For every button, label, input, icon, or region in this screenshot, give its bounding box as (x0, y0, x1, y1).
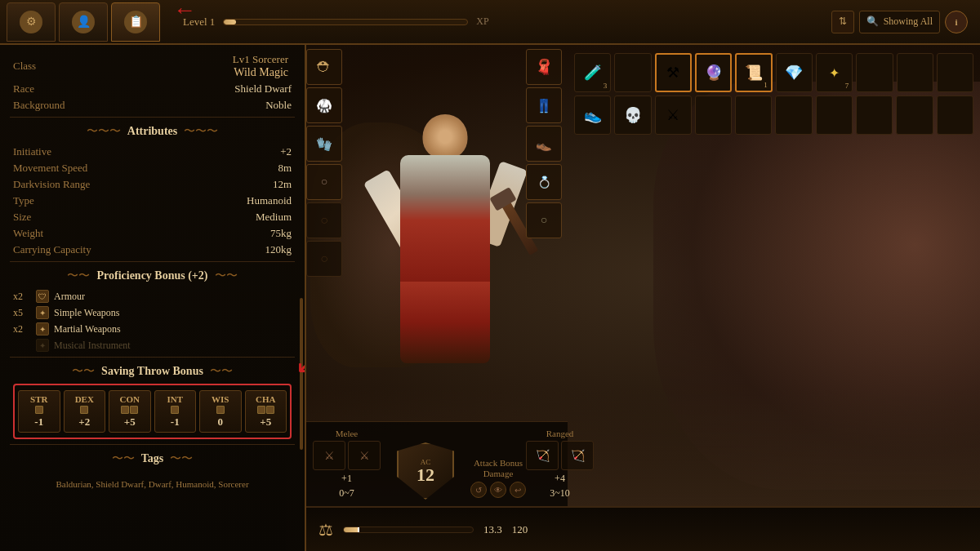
size-value: Medium (256, 211, 292, 224)
inv-slot-sword[interactable]: ⚔ (655, 96, 692, 135)
nav-tab-tools[interactable]: ⚙ (7, 2, 56, 42)
inv-slot-scroll[interactable]: 📜 1 (735, 53, 772, 92)
race-value: Shield Dwarf (234, 82, 292, 96)
nav-tab-sheet[interactable]: 📋 ← (111, 2, 160, 42)
equip-slot-belt[interactable]: ○ (306, 164, 342, 200)
equip-slot-chest[interactable]: 🥋 (306, 87, 342, 123)
empty-slot-icon2: ○ (320, 251, 328, 266)
inv-slot-gold[interactable]: ✦ 7 (816, 53, 853, 92)
inv-slot-gem[interactable]: 💎 (776, 53, 813, 92)
saving-throw-title: Saving Throw Bonus (101, 365, 203, 378)
st-int-die (171, 406, 179, 414)
st-str-label: STR (20, 394, 58, 404)
equip-slot-ring1[interactable]: 💍 (526, 164, 562, 200)
prof-simple-mult: x5 (13, 307, 31, 319)
potion-badge: 3 (602, 82, 609, 90)
inv-slot-empty-i[interactable] (856, 96, 893, 135)
equip-slot-boots[interactable]: 👞 (526, 126, 562, 162)
size-row: Size Medium (10, 209, 295, 225)
st-ornament-right: 〜〜 (210, 364, 233, 379)
equip-slot-empty1[interactable]: ○ (306, 202, 342, 238)
weight-bar (343, 527, 474, 533)
st-int: INT -1 (154, 390, 197, 433)
st-str-icons (20, 406, 58, 414)
melee-label: Melee (336, 429, 358, 438)
inv-slot-weapon1[interactable]: ⚒ (655, 53, 692, 92)
class-subtype: Wild Magic (233, 66, 292, 79)
st-wis: WIS 0 (199, 390, 242, 433)
character-icon: 👤 (72, 11, 95, 33)
action-icon-eye[interactable]: 👁 (490, 482, 506, 498)
attack-bonus-label: Attack Bonus (474, 458, 523, 468)
inv-slot-empty-c[interactable] (897, 53, 933, 92)
inv-slot-empty-d[interactable] (937, 53, 973, 92)
equip-slot-pants[interactable]: 👖 (526, 87, 562, 123)
inv-slot-orb[interactable]: 🔮 (695, 53, 732, 92)
tools-icon: ⚙ (20, 11, 42, 33)
st-cha: CHA +5 (245, 390, 287, 433)
initiative-value: +2 (280, 145, 292, 158)
ranged-weapon-icons: 🏹 🏹 (526, 441, 594, 470)
action-icon-refresh[interactable]: ↺ (470, 482, 487, 498)
equip-slot-cape[interactable]: 🧣 (526, 49, 562, 85)
ranged-attack-value: +4 (555, 473, 565, 485)
equip-slot-gloves[interactable]: 🧤 (306, 126, 342, 162)
weight-value: 75kg (270, 227, 292, 240)
empty-slot-icon: ○ (320, 213, 328, 228)
search-bar[interactable]: 🔍 Showing All (859, 11, 940, 33)
movement-value: 8m (278, 162, 292, 175)
weight-label: Weight (13, 227, 43, 240)
sort-button[interactable]: ⇅ (831, 11, 854, 33)
equip-slot-helm[interactable]: ⛑ (306, 49, 342, 85)
movement-label: Movement Speed (13, 162, 87, 175)
inv-slot-empty-e[interactable] (695, 96, 732, 135)
attributes-header: 〜〜〜 Attributes 〜〜〜 (10, 124, 295, 139)
st-con: CON +5 (109, 390, 151, 433)
nav-tab-character[interactable]: 👤 (59, 2, 108, 42)
background-row: Background Noble (10, 97, 295, 113)
info-button[interactable]: i (945, 11, 968, 33)
st-dex-die (80, 406, 88, 414)
class-row: Class Lv1 Sorcerer Wild Magic (10, 51, 295, 81)
melee-icon-1[interactable]: ⚔ (313, 441, 345, 470)
prof-instrument-icon: ✦ (36, 339, 49, 352)
xp-bar-fill (224, 20, 236, 24)
inv-slot-empty-b[interactable] (856, 53, 893, 92)
belt-icon: ○ (321, 176, 327, 189)
attack-section: Attack Bonus Damage ↺ 👁 ↩ (470, 458, 526, 500)
inv-slot-empty-f[interactable] (735, 96, 772, 135)
equip-slot-empty2[interactable]: ○ (306, 241, 342, 277)
size-label: Size (13, 211, 31, 224)
inv-slot-empty-g[interactable] (775, 96, 812, 135)
gloves-icon: 🧤 (316, 136, 332, 152)
melee-attack-value: +1 (341, 473, 352, 485)
inv-slot-empty-k[interactable] (937, 96, 973, 135)
combat-stats-area: Melee ⚔ ⚔ +1 0~7 AC 12 Attack Bonus Dama… (306, 421, 568, 506)
weight-marker (358, 527, 359, 533)
inv-slot-skull[interactable]: 💀 (614, 96, 651, 135)
inv-slot-empty-h[interactable] (816, 96, 853, 135)
inv-slot-empty-j[interactable] (896, 96, 933, 135)
equip-slot-ring2[interactable]: ○ (526, 202, 562, 238)
st-dex-label: DEX (66, 394, 104, 404)
ac-section: AC 12 (381, 442, 470, 500)
tags-section: Baldurian, Shield Dwarf, Dwarf, Humanoid… (10, 471, 295, 495)
ranged-icon-1[interactable]: 🏹 (526, 441, 559, 470)
st-int-label: INT (157, 394, 194, 404)
inv-slot-empty-a[interactable] (614, 53, 651, 92)
scroll-badge: 1 (762, 81, 769, 89)
ranged-icon-2[interactable]: 🏹 (561, 441, 594, 470)
inv-slot-shoes[interactable]: 👟 (574, 96, 611, 135)
action-icons: ↺ 👁 ↩ (470, 482, 526, 498)
cape-icon: 🧣 (535, 58, 553, 76)
melee-weapon-icons: ⚔ ⚔ (313, 441, 381, 470)
melee-icon-2[interactable]: ⚔ (348, 441, 381, 470)
action-icon-undo[interactable]: ↩ (510, 482, 526, 498)
inv-slot-potion[interactable]: 🧪 3 (574, 53, 611, 92)
prof-instrument-name: Musical Instrument (54, 340, 131, 352)
carrying-value: 120kg (265, 243, 292, 256)
type-label: Type (13, 194, 34, 207)
st-con-label: CON (111, 394, 149, 404)
sheet-icon: 📋 (124, 11, 147, 33)
ranged-damage-value: 3~10 (550, 487, 570, 500)
